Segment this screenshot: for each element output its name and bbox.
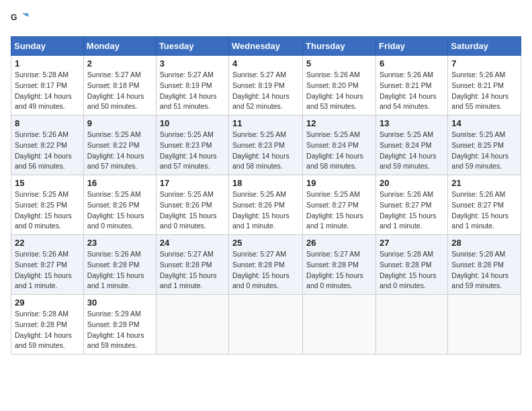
- calendar-day-cell: 19Sunrise: 5:25 AM Sunset: 8:27 PM Dayli…: [303, 175, 376, 235]
- day-info: Sunrise: 5:25 AM Sunset: 8:23 PM Dayligh…: [160, 130, 225, 172]
- calendar-day-cell: 20Sunrise: 5:26 AM Sunset: 8:27 PM Dayli…: [375, 175, 447, 235]
- calendar-week-row: 15Sunrise: 5:25 AM Sunset: 8:25 PM Dayli…: [11, 175, 521, 235]
- day-info: Sunrise: 5:29 AM Sunset: 8:28 PM Dayligh…: [87, 309, 152, 351]
- day-number: 17: [160, 178, 225, 188]
- day-info: Sunrise: 5:26 AM Sunset: 8:27 PM Dayligh…: [451, 189, 517, 232]
- day-info: Sunrise: 5:27 AM Sunset: 8:28 PM Dayligh…: [306, 249, 372, 291]
- day-number: 26: [306, 238, 372, 248]
- day-info: Sunrise: 5:25 AM Sunset: 8:23 PM Dayligh…: [232, 130, 299, 172]
- calendar-day-cell: 16Sunrise: 5:25 AM Sunset: 8:26 PM Dayli…: [83, 175, 156, 235]
- day-number: 27: [380, 238, 444, 248]
- day-number: 5: [306, 58, 372, 68]
- logo-icon: G: [11, 11, 30, 30]
- calendar-day-cell: 9Sunrise: 5:25 AM Sunset: 8:22 PM Daylig…: [83, 116, 156, 175]
- day-info: Sunrise: 5:25 AM Sunset: 8:26 PM Dayligh…: [160, 189, 225, 232]
- day-info: Sunrise: 5:25 AM Sunset: 8:24 PM Dayligh…: [306, 130, 372, 172]
- day-number: 14: [451, 118, 517, 128]
- page-header: G: [11, 11, 521, 30]
- calendar-day-cell: [156, 295, 228, 355]
- day-number: 24: [160, 238, 225, 248]
- calendar-week-row: 22Sunrise: 5:26 AM Sunset: 8:27 PM Dayli…: [11, 235, 521, 295]
- calendar-day-cell: 23Sunrise: 5:26 AM Sunset: 8:28 PM Dayli…: [83, 235, 156, 295]
- calendar-day-cell: 1Sunrise: 5:28 AM Sunset: 8:17 PM Daylig…: [11, 56, 84, 116]
- calendar-day-cell: 25Sunrise: 5:27 AM Sunset: 8:28 PM Dayli…: [229, 235, 303, 295]
- calendar-day-cell: 14Sunrise: 5:25 AM Sunset: 8:25 PM Dayli…: [448, 116, 521, 175]
- calendar-day-cell: [448, 295, 521, 355]
- calendar-header-row: SundayMondayTuesdayWednesdayThursdayFrid…: [11, 37, 521, 56]
- day-info: Sunrise: 5:25 AM Sunset: 8:22 PM Dayligh…: [87, 130, 152, 172]
- day-number: 2: [87, 58, 152, 68]
- day-info: Sunrise: 5:28 AM Sunset: 8:28 PM Dayligh…: [380, 249, 444, 291]
- calendar-day-cell: 10Sunrise: 5:25 AM Sunset: 8:23 PM Dayli…: [156, 116, 228, 175]
- calendar-day-cell: 8Sunrise: 5:26 AM Sunset: 8:22 PM Daylig…: [11, 116, 84, 175]
- day-number: 6: [380, 58, 444, 68]
- calendar-day-cell: 28Sunrise: 5:28 AM Sunset: 8:28 PM Dayli…: [448, 235, 521, 295]
- calendar-day-cell: 12Sunrise: 5:25 AM Sunset: 8:24 PM Dayli…: [303, 116, 376, 175]
- calendar-day-cell: 24Sunrise: 5:27 AM Sunset: 8:28 PM Dayli…: [156, 235, 228, 295]
- day-info: Sunrise: 5:25 AM Sunset: 8:25 PM Dayligh…: [451, 130, 517, 172]
- day-number: 4: [232, 58, 299, 68]
- day-info: Sunrise: 5:26 AM Sunset: 8:28 PM Dayligh…: [87, 249, 152, 291]
- day-number: 30: [87, 298, 152, 308]
- calendar-day-cell: 22Sunrise: 5:26 AM Sunset: 8:27 PM Dayli…: [11, 235, 84, 295]
- day-info: Sunrise: 5:28 AM Sunset: 8:17 PM Dayligh…: [15, 70, 80, 112]
- day-number: 13: [380, 118, 444, 128]
- svg-marker-1: [22, 13, 28, 17]
- weekday-header: Tuesday: [156, 37, 228, 56]
- calendar-day-cell: 4Sunrise: 5:27 AM Sunset: 8:19 PM Daylig…: [229, 56, 303, 116]
- day-info: Sunrise: 5:28 AM Sunset: 8:28 PM Dayligh…: [451, 249, 517, 291]
- calendar-day-cell: [375, 295, 447, 355]
- day-number: 12: [306, 118, 372, 128]
- calendar-day-cell: 2Sunrise: 5:27 AM Sunset: 8:18 PM Daylig…: [83, 56, 156, 116]
- weekday-header: Saturday: [448, 37, 521, 56]
- calendar-day-cell: 15Sunrise: 5:25 AM Sunset: 8:25 PM Dayli…: [11, 175, 84, 235]
- calendar-day-cell: 30Sunrise: 5:29 AM Sunset: 8:28 PM Dayli…: [83, 295, 156, 355]
- day-info: Sunrise: 5:26 AM Sunset: 8:21 PM Dayligh…: [451, 70, 517, 112]
- weekday-header: Wednesday: [229, 37, 303, 56]
- calendar-day-cell: 26Sunrise: 5:27 AM Sunset: 8:28 PM Dayli…: [303, 235, 376, 295]
- day-info: Sunrise: 5:27 AM Sunset: 8:18 PM Dayligh…: [87, 70, 152, 112]
- day-info: Sunrise: 5:26 AM Sunset: 8:21 PM Dayligh…: [380, 70, 444, 112]
- day-number: 23: [87, 238, 152, 248]
- day-info: Sunrise: 5:28 AM Sunset: 8:28 PM Dayligh…: [15, 309, 80, 351]
- day-number: 15: [15, 178, 80, 188]
- weekday-header: Thursday: [303, 37, 376, 56]
- day-info: Sunrise: 5:27 AM Sunset: 8:19 PM Dayligh…: [232, 70, 299, 112]
- calendar-day-cell: 3Sunrise: 5:27 AM Sunset: 8:19 PM Daylig…: [156, 56, 228, 116]
- day-number: 16: [87, 178, 152, 188]
- day-info: Sunrise: 5:26 AM Sunset: 8:20 PM Dayligh…: [306, 70, 372, 112]
- day-number: 9: [87, 118, 152, 128]
- day-number: 19: [306, 178, 372, 188]
- day-info: Sunrise: 5:25 AM Sunset: 8:26 PM Dayligh…: [232, 189, 299, 232]
- weekday-header: Friday: [375, 37, 447, 56]
- calendar-day-cell: 18Sunrise: 5:25 AM Sunset: 8:26 PM Dayli…: [229, 175, 303, 235]
- calendar-day-cell: 5Sunrise: 5:26 AM Sunset: 8:20 PM Daylig…: [303, 56, 376, 116]
- day-number: 10: [160, 118, 225, 128]
- calendar-day-cell: 27Sunrise: 5:28 AM Sunset: 8:28 PM Dayli…: [375, 235, 447, 295]
- calendar-day-cell: 17Sunrise: 5:25 AM Sunset: 8:26 PM Dayli…: [156, 175, 228, 235]
- day-info: Sunrise: 5:25 AM Sunset: 8:25 PM Dayligh…: [15, 189, 80, 232]
- day-number: 11: [232, 118, 299, 128]
- day-number: 18: [232, 178, 299, 188]
- calendar-day-cell: 11Sunrise: 5:25 AM Sunset: 8:23 PM Dayli…: [229, 116, 303, 175]
- day-info: Sunrise: 5:26 AM Sunset: 8:27 PM Dayligh…: [15, 249, 80, 291]
- day-info: Sunrise: 5:25 AM Sunset: 8:26 PM Dayligh…: [87, 189, 152, 232]
- day-info: Sunrise: 5:27 AM Sunset: 8:28 PM Dayligh…: [232, 249, 299, 291]
- calendar-table: SundayMondayTuesdayWednesdayThursdayFrid…: [11, 36, 521, 355]
- calendar-day-cell: 29Sunrise: 5:28 AM Sunset: 8:28 PM Dayli…: [11, 295, 84, 355]
- calendar-day-cell: 13Sunrise: 5:25 AM Sunset: 8:24 PM Dayli…: [375, 116, 447, 175]
- calendar-day-cell: [303, 295, 376, 355]
- weekday-header: Sunday: [11, 37, 84, 56]
- day-info: Sunrise: 5:27 AM Sunset: 8:19 PM Dayligh…: [160, 70, 225, 112]
- weekday-header: Monday: [83, 37, 156, 56]
- calendar-week-row: 29Sunrise: 5:28 AM Sunset: 8:28 PM Dayli…: [11, 295, 521, 355]
- calendar-day-cell: 7Sunrise: 5:26 AM Sunset: 8:21 PM Daylig…: [448, 56, 521, 116]
- day-number: 22: [15, 238, 80, 248]
- day-number: 7: [451, 58, 517, 68]
- calendar-day-cell: 6Sunrise: 5:26 AM Sunset: 8:21 PM Daylig…: [375, 56, 447, 116]
- calendar-week-row: 8Sunrise: 5:26 AM Sunset: 8:22 PM Daylig…: [11, 116, 521, 175]
- day-info: Sunrise: 5:26 AM Sunset: 8:22 PM Dayligh…: [15, 130, 80, 172]
- day-number: 8: [15, 118, 80, 128]
- day-info: Sunrise: 5:27 AM Sunset: 8:28 PM Dayligh…: [160, 249, 225, 291]
- day-info: Sunrise: 5:25 AM Sunset: 8:27 PM Dayligh…: [306, 189, 372, 232]
